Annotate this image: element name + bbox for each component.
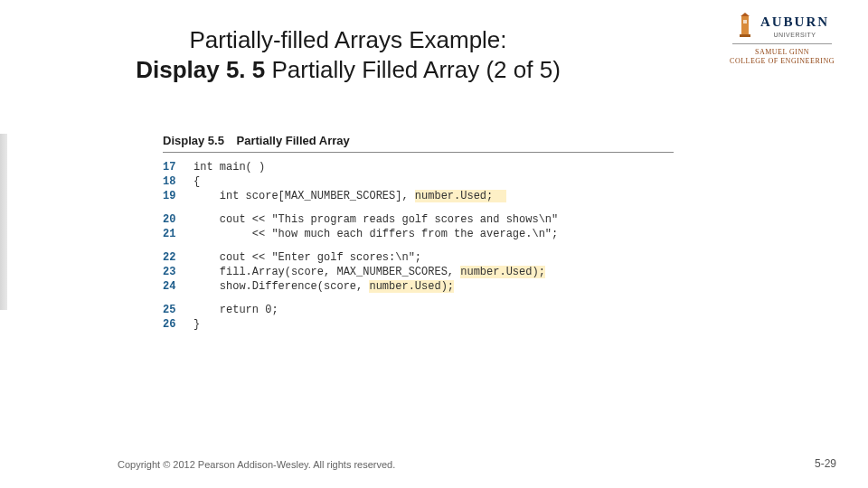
university-logo: AUBURN UNIVERSITY SAMUEL GINN COLLEGE OF… — [723, 13, 841, 65]
code-line-18: 18{ — [163, 174, 674, 189]
highlight: number.Used); — [369, 280, 454, 293]
copyright-text: Copyright © 2012 Pearson Addison-Wesley.… — [118, 459, 395, 470]
svg-rect-2 — [740, 34, 750, 37]
code-display: Display 5.5 Partially Filled Array 17int… — [163, 134, 674, 332]
code-line-21: 21 << "how much each differs from the av… — [163, 227, 674, 241]
logo-person: SAMUEL GINN — [723, 48, 841, 57]
code-line-26: 26} — [163, 317, 674, 332]
code-line-20: 20 cout << "This program reads golf scor… — [163, 212, 674, 227]
code-line-22: 22 cout << "Enter golf scores:\n"; — [163, 250, 674, 265]
code-line-17: 17int main( ) — [163, 160, 674, 174]
tower-icon — [735, 13, 755, 40]
slide-title: Partially-filled Arrays Example: Display… — [0, 25, 696, 84]
svg-rect-3 — [743, 20, 747, 23]
svg-marker-1 — [741, 13, 750, 16]
code-line-23: 23 fill.Array(score, MAX_NUMBER_SCORES, … — [163, 265, 674, 279]
code-line-19: 19 int score[MAX_NUMBER_SCORES], number.… — [163, 189, 674, 203]
left-accent-bar — [0, 134, 7, 310]
code-line-24: 24 show.Difference(score, number.Used); — [163, 279, 674, 294]
svg-rect-0 — [741, 16, 749, 34]
title-line-2: Display 5. 5 Partially Filled Array (2 o… — [0, 55, 696, 85]
highlight: number.Used); — [460, 266, 545, 278]
title-subtitle: Partially Filled Array (2 of 5) — [265, 56, 561, 83]
logo-divider — [732, 43, 832, 44]
display-title: Partially Filled Array — [237, 134, 350, 147]
logo-university-name: AUBURN — [760, 14, 829, 30]
highlight: number.Used; — [415, 190, 493, 202]
logo-university-sub: UNIVERSITY — [760, 32, 829, 39]
slide: Partially-filled Arrays Example: Display… — [0, 0, 868, 488]
display-label: Display 5.5 — [163, 134, 224, 147]
title-display-number: Display 5. 5 — [136, 56, 265, 83]
code-display-header: Display 5.5 Partially Filled Array — [163, 134, 674, 153]
code-line-25: 25 return 0; — [163, 303, 674, 317]
title-line-1: Partially-filled Arrays Example: — [0, 25, 696, 55]
page-number: 5-29 — [815, 457, 836, 470]
logo-college: COLLEGE OF ENGINEERING — [723, 57, 841, 66]
logo-mark: AUBURN UNIVERSITY — [723, 13, 841, 40]
